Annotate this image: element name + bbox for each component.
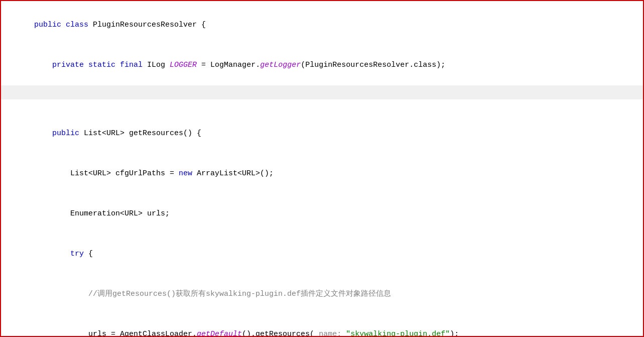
code-line-1: public class PluginResourcesResolver { xyxy=(1,5,643,45)
code-line-10: urls = AgentClassLoader.getDefault().get… xyxy=(1,314,643,337)
code-line-9: //调用getResources()获取所有skywalking-plugin.… xyxy=(1,274,643,314)
code-line-6: List<URL> cfgUrlPaths = new ArrayList<UR… xyxy=(1,154,643,194)
code-line-8: try { xyxy=(1,234,643,274)
code-line-5: public List<URL> getResources() { xyxy=(1,114,643,154)
code-line-7: Enumeration<URL> urls; xyxy=(1,194,643,234)
code-line-4 xyxy=(1,99,643,114)
code-line-2: private static final ILog LOGGER = LogMa… xyxy=(1,45,643,85)
code-line-3 xyxy=(1,85,643,99)
keyword-class: class xyxy=(66,21,93,29)
classname: PluginResourcesResolver { xyxy=(93,21,206,29)
keyword-public: public xyxy=(34,21,66,29)
code-editor: public class PluginResourcesResolver { p… xyxy=(0,0,644,337)
